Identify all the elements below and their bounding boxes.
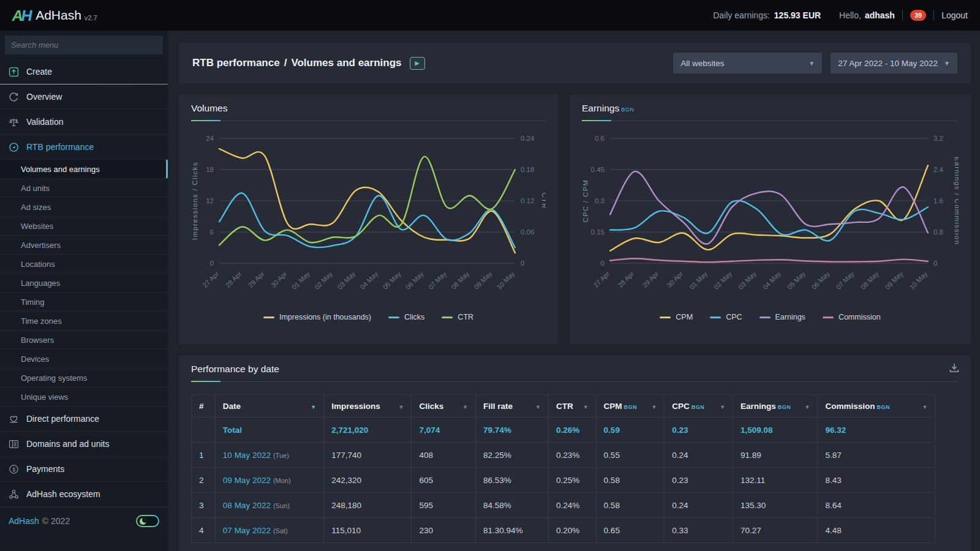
sidebar-item-browsers[interactable]: Browsers [0, 331, 168, 350]
legend-item-ctr[interactable]: CTR [442, 313, 473, 321]
legend-item-cpm[interactable]: CPM [660, 313, 693, 321]
cell-ctr: 0.24% [548, 493, 596, 518]
svg-text:02 May: 02 May [712, 270, 733, 291]
column-label: Earnings [741, 402, 776, 411]
sidebar-item-label: Volumes and earnings [21, 165, 100, 174]
legend-item-impressions-in-thousands-[interactable]: Impressions (in thousands) [263, 313, 371, 321]
legend-item-cpc[interactable]: CPC [710, 313, 742, 321]
search-menu-input[interactable] [5, 36, 163, 54]
ecosystem-icon [9, 489, 20, 500]
column-header-commission[interactable]: CommissionBGN▼ [818, 395, 935, 418]
column-header-clicks[interactable]: Clicks▼ [412, 395, 475, 418]
main-content: RTB performance / Volumes and earnings ▶… [168, 31, 980, 551]
date-link[interactable]: 08 May 2022 [223, 501, 271, 510]
series-line-earnings [610, 171, 928, 244]
sidebar-item-direct-performance[interactable]: Direct performance [0, 407, 168, 432]
logout-button[interactable]: Logout [941, 10, 968, 20]
earnings-chart: 0.63.20.452.40.31.60.150.80027 Apr28 Apr… [582, 125, 959, 310]
cell-commission: 5.87 [818, 443, 935, 468]
svg-text:0.45: 0.45 [591, 166, 605, 173]
sidebar-item-locations[interactable]: Locations [0, 255, 168, 274]
column-header-impressions[interactable]: Impressions▼ [324, 395, 412, 418]
sidebar-item-ad-sizes[interactable]: Ad sizes [0, 198, 168, 217]
cell-impressions: 177,740 [324, 443, 412, 468]
date-link[interactable]: 10 May 2022 [223, 451, 271, 460]
column-label: CTR [556, 402, 573, 411]
sidebar-item-unique-views[interactable]: Unique views [0, 388, 168, 407]
sidebar-item-label: Direct performance [26, 414, 99, 424]
legend-item-clicks[interactable]: Clicks [388, 313, 424, 321]
date-link[interactable]: 09 May 2022 [223, 476, 271, 485]
svg-text:CTR: CTR [541, 192, 546, 209]
svg-text:07 May: 07 May [835, 270, 856, 291]
column-label: Clicks [419, 402, 443, 411]
svg-text:30 Apr: 30 Apr [665, 270, 684, 289]
cell-clicks: 605 [412, 468, 475, 493]
sidebar-item-overview[interactable]: Overview [0, 84, 168, 110]
sort-icon: ▼ [462, 404, 468, 410]
sidebar-item-time-zones[interactable]: Time zones [0, 312, 168, 331]
sidebar-item-label: Timing [21, 298, 45, 307]
currency-suffix: BGN [877, 404, 891, 410]
cell-clicks: 595 [412, 493, 475, 518]
sidebar-item-devices[interactable]: Devices [0, 350, 168, 369]
sidebar-item-ad-units[interactable]: Ad units [0, 179, 168, 198]
sidebar-item-validation[interactable]: Validation [0, 110, 168, 135]
sidebar-item-websites[interactable]: Websites [0, 217, 168, 236]
breadcrumb-section[interactable]: RTB performance [192, 57, 280, 69]
notifications-badge[interactable]: 39 [910, 10, 926, 21]
cell-total-earnings: 1,509.08 [733, 418, 818, 443]
cell-ctr: 0.20% [548, 518, 596, 543]
cell-row-number: 2 [192, 468, 216, 493]
sidebar-item-volumes-and-earnings[interactable]: Volumes and earnings [0, 160, 168, 179]
cell-fill-rate: 86.53% [475, 468, 548, 493]
sidebar-item-operating-systems[interactable]: Operating systems [0, 369, 168, 388]
cell-fill-rate: 81.30.94% [475, 518, 548, 543]
date-link[interactable]: 07 May 2022 [223, 526, 271, 535]
sidebar-item-label: Overview [26, 92, 62, 102]
column-header-earnings[interactable]: EarningsBGN▼ [733, 395, 818, 418]
dark-mode-toggle[interactable] [136, 515, 159, 527]
column-header-cpc[interactable]: CPCBGN▼ [665, 395, 733, 418]
charts-row: Volumes 240.24180.18120.1260.060027 Apr2… [179, 94, 971, 344]
svg-text:30 Apr: 30 Apr [270, 270, 288, 289]
legend-item-commission[interactable]: Commission [823, 313, 881, 321]
table-row: 407 May 2022(Sat)115,01023081.30.94%0.20… [192, 518, 935, 543]
svg-text:0.12: 0.12 [521, 197, 534, 204]
cell-total-fill-rate: 79.74% [475, 418, 548, 443]
legend-item-earnings[interactable]: Earnings [760, 313, 805, 321]
sidebar-item-label: Websites [21, 222, 53, 231]
column-header-fill-rate[interactable]: Fill rate▼ [475, 395, 548, 418]
moon-icon [140, 518, 146, 525]
play-tour-button[interactable]: ▶ [410, 57, 425, 70]
date-range-dropdown[interactable]: 27 Apr 2022 - 10 May 2022 ▼ [831, 53, 957, 73]
rtb-performance-icon [9, 141, 20, 152]
sidebar-item-rtb-performance[interactable]: RTB performance [0, 135, 168, 160]
sidebar-item-payments[interactable]: $Payments [0, 457, 168, 482]
volumes-card-header: Volumes [191, 103, 546, 121]
legend-label: CTR [458, 313, 473, 321]
column-header--[interactable]: # [192, 395, 216, 418]
sidebar-item-advertisers[interactable]: Advertisers [0, 236, 168, 255]
sidebar-item-domains-and-ad-units[interactable]: Domains and ad units [0, 432, 168, 457]
column-header-ctr[interactable]: CTR▼ [548, 395, 596, 418]
table-row: 209 May 2022(Mon)242,32060586.53%0.25%0.… [192, 468, 935, 493]
legend-swatch [823, 317, 834, 318]
cell-total-impressions: 2,721,020 [324, 418, 412, 443]
legend-label: Commission [839, 313, 881, 321]
footer-brand-link[interactable]: AdHash [9, 516, 39, 526]
column-header-cpm[interactable]: CPMBGN▼ [596, 395, 665, 418]
adhash-logo-icon[interactable]: AH [10, 7, 32, 24]
sidebar-item-adhash-ecosystem[interactable]: AdHash ecosystem [0, 482, 168, 507]
cell-cpm: 0.58 [596, 493, 665, 518]
currency-suffix: BGN [778, 404, 791, 410]
cell-earnings: 91.89 [733, 443, 818, 468]
download-icon[interactable] [949, 362, 960, 375]
sidebar-item-languages[interactable]: Languages [0, 274, 168, 293]
table-card-title: Performance by date [191, 364, 279, 374]
column-header-date[interactable]: Date▼ [215, 395, 323, 418]
sidebar-item-create[interactable]: Create [0, 59, 168, 84]
daily-earnings-label: Daily earnings: [713, 10, 770, 20]
website-filter-dropdown[interactable]: All websites ▼ [673, 53, 822, 73]
sidebar-item-timing[interactable]: Timing [0, 293, 168, 312]
